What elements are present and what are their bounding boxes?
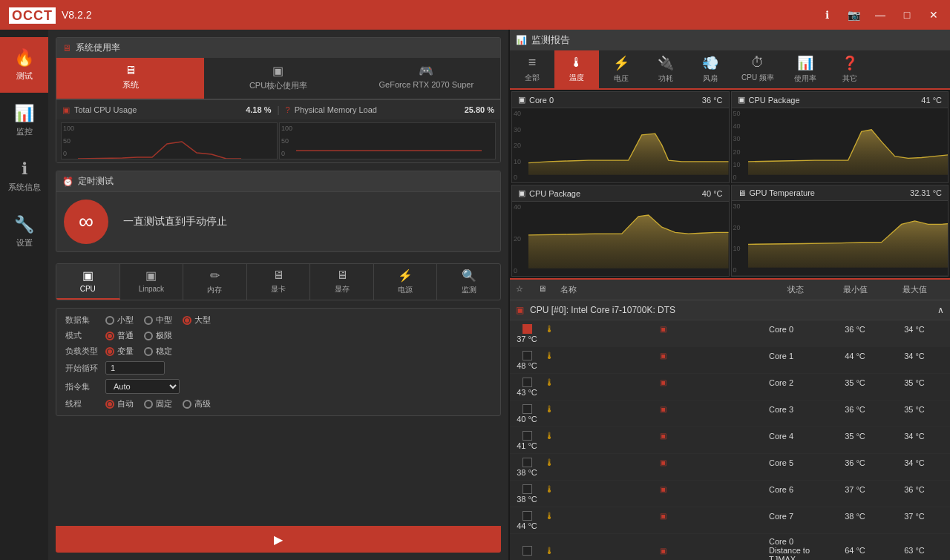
row-min: 63 °C — [885, 546, 944, 555]
tab-cpu[interactable]: ▣ CPU — [56, 264, 120, 300]
table-row: 🌡 ▣ Core 3 36 °C 35 °C 40 °C — [510, 401, 950, 427]
dataset-small-option[interactable]: 小型 — [105, 314, 134, 326]
cb-core4[interactable] — [522, 431, 532, 441]
row-checkbox[interactable] — [516, 511, 538, 521]
dataset-medium-option[interactable]: 中型 — [144, 314, 172, 326]
tab-system[interactable]: 🖥 系统 — [56, 58, 204, 99]
sys-usage-title: 系统使用率 — [76, 42, 120, 54]
row-state: 35 °C — [825, 432, 885, 441]
mode-normal-radio — [105, 332, 114, 340]
data-table-area[interactable]: ☆ 🖥 名称 状态 最小值 最大值 ▣ CPU [#0]: Intel Core… — [510, 280, 950, 560]
sidebar-item-test[interactable]: 🔥 测试 — [0, 37, 48, 93]
tab-cpu-cores[interactable]: ▣ CPU核心使用率 — [204, 58, 352, 99]
other-icon: ❓ — [842, 55, 858, 71]
chart-gputemp-header: 🖥 GPU Temperature 32.31 °C — [732, 185, 949, 201]
thread-options: 自动 固定 高级 — [105, 398, 491, 409]
cpupkg-y2: 20 — [733, 148, 741, 156]
mode-normal-option[interactable]: 普通 — [105, 330, 134, 341]
dataset-large-label: 大型 — [194, 314, 211, 326]
cb-core7[interactable] — [522, 511, 532, 521]
tab-gpu-card[interactable]: 🖥 显卡 — [247, 264, 311, 300]
dataset-large-option[interactable]: 大型 — [183, 314, 211, 326]
cycle-label: 开始循环 — [65, 363, 98, 374]
info-button[interactable]: ℹ — [819, 9, 834, 21]
cycle-input[interactable] — [105, 361, 165, 375]
row-temp-icon: 🌡 — [538, 484, 560, 495]
screenshot-button[interactable]: 📷 — [846, 9, 861, 21]
row-checkbox[interactable] — [516, 458, 538, 467]
chart-cpupkg-title: ▣ CPU Package — [738, 95, 800, 105]
cb-core3[interactable] — [522, 404, 532, 414]
row-checkbox[interactable] — [516, 546, 538, 556]
row-checkbox[interactable] — [516, 351, 538, 360]
monitor-tab-all[interactable]: ≡ 全部 — [510, 50, 554, 88]
tab-vram[interactable]: 🖥 显存 — [310, 264, 374, 300]
sidebar-item-sysinfo[interactable]: ℹ 系统信息 — [0, 148, 48, 204]
cb-core5[interactable] — [522, 458, 532, 467]
row-min: 34 °C — [885, 432, 944, 441]
infinity-button[interactable]: ∞ — [64, 200, 108, 244]
sidebar-item-monitor[interactable]: 📊 监控 — [0, 93, 48, 148]
device-group-header[interactable]: ▣ CPU [#0]: Intel Core i7-10700K: DTS ∧ — [510, 300, 950, 320]
cpupkg2-svg — [528, 202, 729, 269]
col-header-star: ☆ — [516, 284, 538, 295]
close-button[interactable]: ✕ — [926, 9, 941, 21]
dataset-label: 数据集 — [65, 314, 98, 326]
dataset-medium-radio — [144, 316, 153, 325]
monitor-tab-temp[interactable]: 🌡 温度 — [554, 50, 599, 88]
tab-gpu[interactable]: 🎮 GeForce RTX 2070 Super — [353, 58, 500, 99]
gputemp-y3: 30 — [733, 202, 741, 210]
cpupkg2-label: CPU Package — [529, 189, 580, 198]
tab-power[interactable]: ⚡ 电源 — [374, 264, 438, 300]
minimize-button[interactable]: — — [873, 9, 888, 21]
monitor-tab-other[interactable]: ❓ 其它 — [828, 50, 872, 88]
cpu-chart-svg — [78, 123, 277, 159]
cb-core2[interactable] — [522, 378, 532, 387]
thread-auto-option[interactable]: 自动 — [105, 398, 134, 409]
cpupkg-value: 41 °C — [921, 96, 942, 105]
row-checkbox[interactable] — [516, 431, 538, 441]
memory-stat-icon: ? — [286, 105, 290, 114]
cpu-usage-stat: ▣ Total CPU Usage 4.18 % — [62, 105, 271, 115]
load-type-label: 负载类型 — [65, 346, 98, 357]
monitor-tab-fan[interactable]: 💨 风扇 — [688, 50, 733, 88]
sidebar-item-settings[interactable]: 🔧 设置 — [0, 204, 48, 260]
load-stable-option[interactable]: 稳定 — [144, 346, 172, 357]
tab-memory[interactable]: ✏ 内存 — [183, 264, 247, 300]
thread-advanced-option[interactable]: 高级 — [183, 398, 211, 409]
cb-core0[interactable] — [522, 324, 532, 334]
thermometer-icon: 🌡 — [545, 430, 554, 441]
linpack-icon: ▣ — [145, 269, 157, 283]
cb-core6[interactable] — [522, 484, 532, 494]
maximize-button[interactable]: □ — [900, 9, 914, 21]
cmd-select[interactable]: Auto — [105, 379, 180, 394]
row-name: Core 5 — [766, 458, 825, 467]
row-checkbox[interactable] — [516, 404, 538, 414]
monitor-tab-usage[interactable]: 📊 使用率 — [783, 50, 828, 88]
mode-extreme-option[interactable]: 极限 — [144, 330, 172, 341]
tab-linpack[interactable]: ▣ Linpack — [120, 264, 184, 300]
chart-core0: ▣ Core 0 36 °C 40 30 20 10 0 — [511, 91, 730, 183]
row-checkbox[interactable] — [516, 378, 538, 387]
cpu-core-icon: ▣ — [660, 485, 666, 493]
monitor-tab-cpu-freq[interactable]: ⏱ CPU 频率 — [733, 50, 783, 88]
scheduled-title: 定时测试 — [78, 175, 114, 188]
row-name: Core 0 Distance to TJMAX — [766, 537, 825, 560]
monitor-tab-power[interactable]: 🔌 功耗 — [643, 50, 688, 88]
gpu-tab-icon: 🎮 — [419, 64, 433, 78]
tab-monitor[interactable]: 🔍 监测 — [437, 264, 500, 300]
cpupkg-svg — [748, 108, 949, 175]
mode-options: 普通 极限 — [105, 330, 491, 341]
svg-marker-2 — [528, 215, 729, 269]
chart-cpupkg2-header: ▣ CPU Package 40 °C — [512, 185, 729, 202]
thread-fixed-option[interactable]: 固定 — [144, 398, 172, 409]
load-variable-option[interactable]: 变量 — [105, 346, 134, 357]
thermometer-icon: 🌡 — [545, 323, 554, 335]
cb-tjmax[interactable] — [522, 546, 532, 556]
monitor-tab-voltage[interactable]: ⚡ 电压 — [599, 50, 643, 88]
cb-core1[interactable] — [522, 351, 532, 360]
start-test-button[interactable]: ▶ — [56, 526, 501, 553]
thermometer-icon: 🌡 — [545, 457, 554, 468]
row-checkbox[interactable] — [516, 484, 538, 494]
row-checkbox[interactable] — [516, 324, 538, 334]
